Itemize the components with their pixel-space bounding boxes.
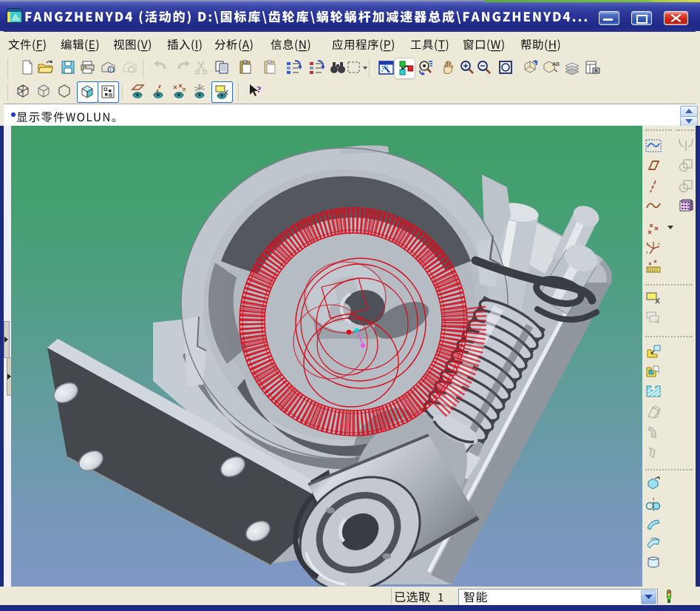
svg-text:AB: AB <box>552 61 560 67</box>
svg-text:?: ? <box>256 84 262 95</box>
svg-text:z: z <box>646 250 648 254</box>
svg-text:x: x <box>658 241 660 246</box>
